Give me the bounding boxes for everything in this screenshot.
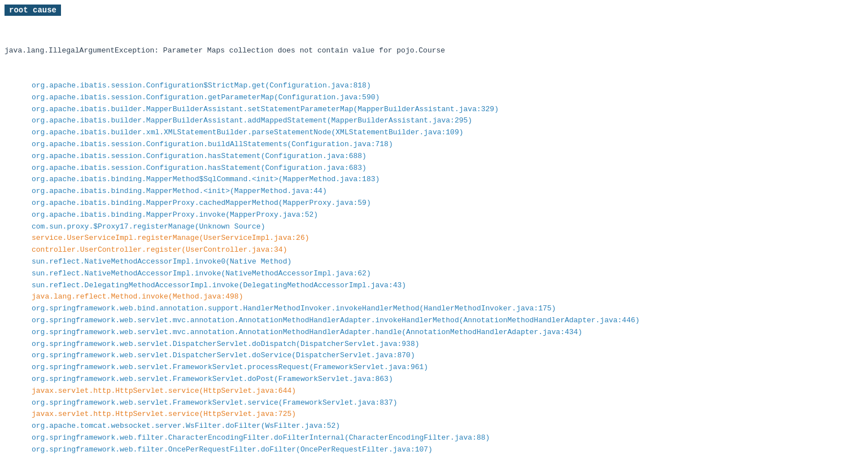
stack-frame: sun.reflect.DelegatingMethodAccessorImpl… [5, 280, 863, 292]
stack-frame: java.lang.reflect.Method.invoke(Method.j… [5, 291, 863, 303]
stack-frame: javax.servlet.http.HttpServlet.service(H… [5, 385, 863, 397]
stack-frame: org.apache.ibatis.builder.MapperBuilderA… [5, 115, 863, 127]
stack-frame: service.UserServiceImpl.registerManage(U… [5, 233, 863, 244]
exception-line: java.lang.IllegalArgumentException: Para… [5, 45, 863, 57]
stack-frame: org.springframework.web.servlet.mvc.anno… [5, 315, 863, 327]
stack-frame: org.springframework.web.filter.OncePerRe… [5, 444, 863, 456]
stack-frame: org.apache.ibatis.session.Configuration.… [5, 139, 863, 151]
stack-frame: org.springframework.web.bind.annotation.… [5, 303, 863, 315]
stack-frame: javax.servlet.http.HttpServlet.service(H… [5, 409, 863, 420]
stack-frame: org.springframework.web.servlet.mvc.anno… [5, 327, 863, 339]
stack-frame: org.springframework.web.filter.Character… [5, 432, 863, 444]
stack-frame: org.apache.ibatis.builder.MapperBuilderA… [5, 104, 863, 116]
stack-frame: controller.UserController.register(UserC… [5, 244, 863, 256]
root-cause-badge: root cause [5, 5, 61, 16]
stack-frame: org.springframework.web.servlet.Dispatch… [5, 339, 863, 350]
stack-frame: org.springframework.web.servlet.Dispatch… [5, 350, 863, 362]
stack-frame: org.apache.ibatis.session.Configuration.… [5, 151, 863, 163]
stack-frame: org.apache.ibatis.binding.MapperProxy.in… [5, 209, 863, 221]
stack-frame: org.springframework.web.servlet.Framewor… [5, 362, 863, 374]
stack-frame: org.apache.ibatis.builder.xml.XMLStateme… [5, 127, 863, 139]
stack-frame: org.apache.ibatis.session.Configuration.… [5, 163, 863, 174]
stack-frame: sun.reflect.NativeMethodAccessorImpl.inv… [5, 256, 863, 268]
stack-frame: org.apache.tomcat.websocket.server.WsFil… [5, 420, 863, 432]
stacktrace-container: java.lang.IllegalArgumentException: Para… [5, 21, 863, 467]
stack-frame: com.sun.proxy.$Proxy17.registerManage(Un… [5, 221, 863, 233]
stack-frame: sun.reflect.NativeMethodAccessorImpl.inv… [5, 268, 863, 280]
stack-frame: org.apache.ibatis.binding.MapperMethod.<… [5, 186, 863, 198]
stack-frame: org.apache.ibatis.session.Configuration$… [5, 80, 863, 92]
stack-frame: org.apache.ibatis.session.Configuration.… [5, 92, 863, 104]
stack-frame: org.apache.ibatis.binding.MapperMethod$S… [5, 174, 863, 186]
frames-container: org.apache.ibatis.session.Configuration$… [5, 80, 863, 456]
stack-frame: org.apache.ibatis.binding.MapperProxy.ca… [5, 198, 863, 209]
stack-frame: org.springframework.web.servlet.Framewor… [5, 374, 863, 385]
stack-frame: org.springframework.web.servlet.Framewor… [5, 397, 863, 409]
